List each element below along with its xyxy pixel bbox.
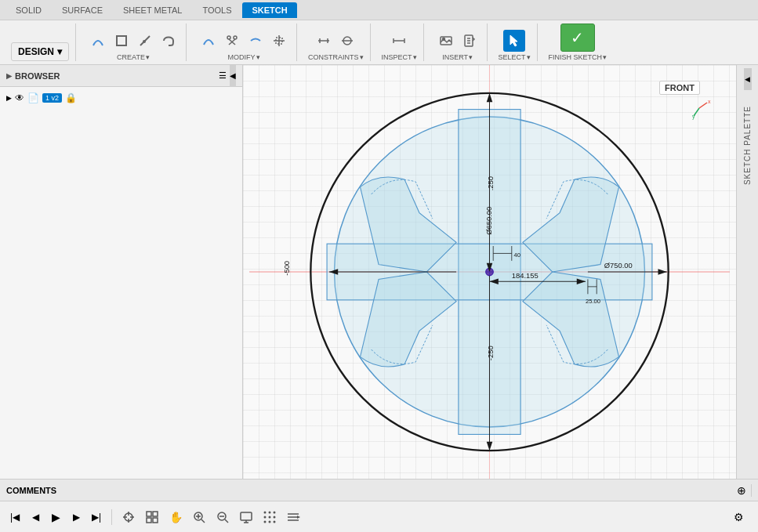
nav-tools: ✋: [118, 507, 303, 527]
inspect-group: INSPECT ▾: [375, 24, 424, 61]
svg-point-87: [269, 516, 271, 518]
insert-image-btn[interactable]: [435, 30, 457, 52]
add-comment-icon[interactable]: ⊕: [737, 484, 746, 497]
bottom-right: ⊕: [737, 484, 752, 497]
finish-sketch-label[interactable]: FINISH SKETCH ▾: [549, 53, 607, 61]
svg-text:184.155: 184.155: [512, 271, 539, 280]
browser-item-version[interactable]: ▶ 👁 📄 1 v2 🔒: [0, 90, 242, 106]
select-chevron-icon: ▾: [527, 53, 531, 61]
inspect-chevron-icon: ▾: [413, 53, 417, 61]
insert-chevron-icon: ▾: [469, 53, 473, 61]
modify-scissors-btn[interactable]: [221, 30, 243, 52]
nav-display-btn[interactable]: [236, 507, 256, 527]
insert-label[interactable]: INSERT ▾: [442, 53, 473, 61]
browser-title: BROWSER: [15, 71, 60, 81]
browser-header: ▶ BROWSER ☰ ◀: [0, 65, 242, 87]
nav-grid-btn[interactable]: [142, 507, 162, 527]
to-end-btn[interactable]: ▶|: [88, 508, 105, 526]
modify-icons: [198, 30, 290, 52]
create-label[interactable]: CREATE ▾: [117, 53, 150, 61]
nav-zoom-out-btn[interactable]: [212, 507, 233, 527]
nav-pan-btn[interactable]: ✋: [165, 507, 186, 527]
modify-trim-btn[interactable]: [245, 30, 267, 52]
nav-snap-btn[interactable]: [118, 507, 139, 527]
playback-bar: |◀ ◀ ▶ ▶ ▶|: [6, 508, 105, 526]
tab-solid[interactable]: SOLID: [6, 2, 51, 18]
play-btn[interactable]: ▶: [47, 508, 64, 526]
canvas-area[interactable]: FRONT x y: [243, 65, 736, 479]
right-panel-collapse-btn[interactable]: ◀: [744, 68, 752, 90]
create-curve-btn[interactable]: [158, 30, 180, 52]
tab-sheet-metal[interactable]: SHEET METAL: [114, 2, 191, 18]
insert-dxf-btn[interactable]: [459, 30, 481, 52]
design-group: DESIGN ▾: [5, 24, 76, 61]
svg-rect-0: [117, 36, 126, 45]
main-content: ▶ BROWSER ☰ ◀ ▶ 👁 📄 1 v2 🔒 FRONT: [0, 65, 758, 479]
browser-expand-icon[interactable]: ▶: [6, 72, 12, 80]
browser-header-left: ▶ BROWSER: [6, 71, 60, 81]
svg-point-2: [143, 40, 146, 43]
browser-pin-icon[interactable]: ☰: [219, 71, 227, 81]
tab-row: SOLID SURFACE SHEET METAL TOOLS SKETCH: [0, 0, 758, 20]
step-fwd-btn[interactable]: ▶: [67, 508, 85, 526]
constraint-horizontal-btn[interactable]: [313, 30, 335, 52]
select-label[interactable]: SELECT ▾: [499, 53, 531, 61]
step-back-btn[interactable]: ◀: [27, 508, 44, 526]
svg-point-19: [442, 38, 444, 41]
create-chevron-icon: ▾: [146, 53, 150, 61]
sketch-palette-label: SKETCH PALETTE: [743, 106, 752, 185]
inspect-icons: [388, 30, 410, 52]
constraints-label[interactable]: CONSTRAINTS ▾: [308, 53, 364, 61]
design-label: DESIGN: [18, 46, 54, 57]
sketch-canvas[interactable]: .250 -250 Ø650.00 184.155 Ø750.00: [243, 65, 736, 479]
nav-grid-dots-btn[interactable]: [259, 507, 280, 527]
browser-collapse-btn[interactable]: ◀: [230, 65, 236, 87]
svg-point-86: [264, 516, 267, 518]
settings-btn[interactable]: ⚙: [728, 507, 749, 527]
tab-surface[interactable]: SURFACE: [53, 2, 112, 18]
modify-label[interactable]: MODIFY ▾: [228, 53, 260, 61]
create-arc-btn[interactable]: [87, 30, 109, 52]
svg-text:.250: .250: [486, 176, 495, 190]
select-cursor-btn[interactable]: [503, 30, 525, 52]
svg-rect-69: [147, 512, 151, 516]
create-rect-btn[interactable]: [111, 30, 132, 52]
tab-sketch[interactable]: SKETCH: [242, 2, 296, 18]
select-group: SELECT ▾: [492, 24, 538, 61]
inspect-label[interactable]: INSPECT ▾: [382, 53, 417, 61]
create-icons: [87, 30, 180, 52]
nav-grid-lines-btn[interactable]: [283, 507, 303, 527]
svg-point-89: [264, 520, 267, 523]
svg-point-91: [274, 520, 276, 523]
comments-label: COMMENTS: [6, 486, 56, 495]
svg-rect-70: [153, 512, 158, 516]
design-button[interactable]: DESIGN ▾: [11, 42, 69, 61]
svg-text:Ø650.00: Ø650.00: [484, 207, 493, 235]
svg-text:40: 40: [514, 252, 520, 259]
browser-eye-icon[interactable]: 👁: [15, 92, 24, 103]
browser-item-expand[interactable]: ▶: [6, 94, 12, 102]
inspect-measure-btn[interactable]: [388, 30, 410, 52]
browser-lock-icon[interactable]: 🔒: [65, 92, 77, 103]
svg-point-3: [227, 36, 230, 39]
svg-rect-72: [153, 518, 158, 523]
bottom-toolbar: |◀ ◀ ▶ ▶ ▶| ✋: [0, 501, 758, 532]
svg-marker-38: [487, 93, 493, 102]
svg-marker-95: [297, 516, 300, 519]
insert-icons: [435, 30, 481, 52]
modify-arc-btn[interactable]: [198, 30, 219, 52]
nav-zoom-fit-btn[interactable]: [189, 507, 209, 527]
tab-tools[interactable]: TOOLS: [193, 2, 241, 18]
finish-sketch-btn[interactable]: ✓: [560, 24, 595, 52]
svg-marker-51: [658, 269, 666, 275]
modify-chevron-icon: ▾: [256, 53, 260, 61]
create-line-btn[interactable]: [134, 30, 156, 52]
bottom-bar: COMMENTS ⊕: [0, 479, 758, 501]
svg-text:-500: -500: [282, 261, 291, 276]
to-start-btn[interactable]: |◀: [6, 508, 24, 526]
right-panel: ◀ SKETCH PALETTE: [736, 65, 758, 479]
chevron-down-icon: ▾: [57, 46, 62, 57]
constraint-dim-btn[interactable]: [336, 30, 358, 52]
svg-point-84: [269, 511, 271, 513]
modify-offset-btn[interactable]: [268, 30, 290, 52]
